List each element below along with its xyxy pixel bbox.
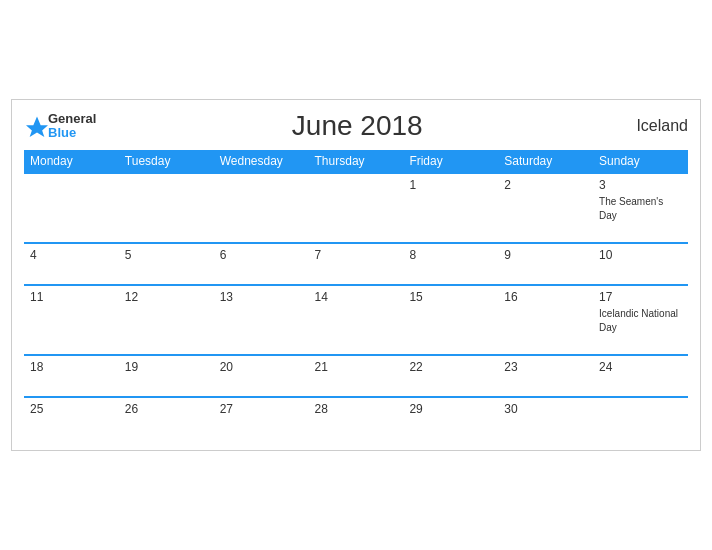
day-number: 10 [599,248,682,262]
day-number: 25 [30,402,113,416]
col-tuesday: Tuesday [119,150,214,173]
logo-flag-icon [26,115,48,137]
day-number: 9 [504,248,587,262]
logo-text: General Blue [48,112,96,141]
calendar-week-row: 45678910 [24,243,688,285]
day-number: 28 [315,402,398,416]
calendar-week-row: 252627282930 [24,397,688,438]
calendar-week-row: 11121314151617Icelandic National Day [24,285,688,355]
calendar-day-cell: 27 [214,397,309,438]
day-number: 20 [220,360,303,374]
calendar-day-cell [309,173,404,243]
day-number: 8 [409,248,492,262]
calendar-day-cell: 10 [593,243,688,285]
day-number: 23 [504,360,587,374]
day-number: 27 [220,402,303,416]
day-number: 11 [30,290,113,304]
day-number: 21 [315,360,398,374]
logo-blue-text: Blue [48,126,96,140]
day-number: 29 [409,402,492,416]
calendar-day-cell: 9 [498,243,593,285]
day-number: 15 [409,290,492,304]
col-thursday: Thursday [309,150,404,173]
calendar-day-cell: 8 [403,243,498,285]
day-number: 14 [315,290,398,304]
day-number: 2 [504,178,587,192]
calendar-day-cell: 24 [593,355,688,397]
day-number: 26 [125,402,208,416]
calendar-day-cell: 21 [309,355,404,397]
calendar-day-cell: 29 [403,397,498,438]
holiday-label: Icelandic National Day [599,308,678,333]
svg-marker-0 [26,116,48,137]
day-number: 16 [504,290,587,304]
calendar-day-cell: 18 [24,355,119,397]
col-friday: Friday [403,150,498,173]
day-number: 7 [315,248,398,262]
day-number: 13 [220,290,303,304]
day-number: 24 [599,360,682,374]
day-number: 17 [599,290,682,304]
day-number: 30 [504,402,587,416]
calendar-day-cell: 6 [214,243,309,285]
col-sunday: Sunday [593,150,688,173]
day-number: 3 [599,178,682,192]
calendar-day-cell: 7 [309,243,404,285]
calendar-day-cell: 4 [24,243,119,285]
calendar-header: General Blue June 2018 Iceland [24,110,688,142]
calendar-day-cell: 22 [403,355,498,397]
calendar-day-cell: 19 [119,355,214,397]
calendar-day-cell: 25 [24,397,119,438]
calendar-day-cell: 14 [309,285,404,355]
day-number: 19 [125,360,208,374]
month-title: June 2018 [96,110,618,142]
calendar-day-cell: 5 [119,243,214,285]
day-number: 12 [125,290,208,304]
calendar-day-cell: 15 [403,285,498,355]
calendar-day-cell: 26 [119,397,214,438]
col-wednesday: Wednesday [214,150,309,173]
day-number: 18 [30,360,113,374]
calendar-day-cell: 30 [498,397,593,438]
calendar-day-cell: 20 [214,355,309,397]
day-number: 5 [125,248,208,262]
logo: General Blue [24,112,96,141]
calendar-day-cell: 11 [24,285,119,355]
calendar-day-cell: 12 [119,285,214,355]
logo-general-text: General [48,112,96,126]
calendar-container: General Blue June 2018 Iceland Monday Tu… [11,99,701,451]
day-number: 4 [30,248,113,262]
calendar-header-row: Monday Tuesday Wednesday Thursday Friday… [24,150,688,173]
calendar-week-row: 123The Seamen's Day [24,173,688,243]
calendar-day-cell: 28 [309,397,404,438]
calendar-day-cell: 16 [498,285,593,355]
holiday-label: The Seamen's Day [599,196,663,221]
calendar-day-cell: 17Icelandic National Day [593,285,688,355]
calendar-day-cell [24,173,119,243]
day-number: 22 [409,360,492,374]
calendar-day-cell: 1 [403,173,498,243]
calendar-day-cell: 3The Seamen's Day [593,173,688,243]
calendar-day-cell: 2 [498,173,593,243]
calendar-week-row: 18192021222324 [24,355,688,397]
calendar-day-cell [214,173,309,243]
calendar-body: 123The Seamen's Day456789101112131415161… [24,173,688,438]
country-label: Iceland [618,117,688,135]
calendar-day-cell: 13 [214,285,309,355]
day-number: 6 [220,248,303,262]
calendar-day-cell [119,173,214,243]
calendar-day-cell [593,397,688,438]
calendar-day-cell: 23 [498,355,593,397]
col-saturday: Saturday [498,150,593,173]
day-number: 1 [409,178,492,192]
col-monday: Monday [24,150,119,173]
calendar-table: Monday Tuesday Wednesday Thursday Friday… [24,150,688,438]
